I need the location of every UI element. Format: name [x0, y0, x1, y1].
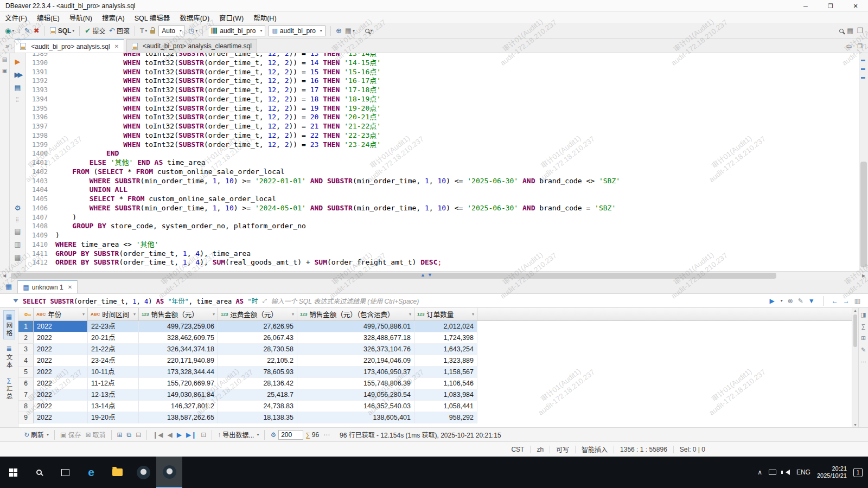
filter-history-icon[interactable]: ▾	[781, 298, 783, 303]
menu-item-7[interactable]: 帮助(H)	[248, 12, 281, 23]
cell[interactable]: 2022	[34, 389, 88, 401]
code-line[interactable]: 1404 UNION ALL	[26, 185, 859, 195]
rollback-button[interactable]: ↶ 回滚	[109, 26, 130, 35]
cell[interactable]: 1,323,889	[414, 355, 477, 367]
clear-filter-icon[interactable]: ⊗	[788, 297, 793, 305]
new-sql-editor-button[interactable]: SQL▾	[50, 27, 75, 35]
code-line[interactable]: 1402 FROM (SELECT * FROM custom_online_s…	[26, 168, 859, 177]
code-line[interactable]: 1390 WHEN toInt32(SUBSTR(order_time_t, 1…	[26, 59, 859, 68]
code-line[interactable]: 1400 END	[26, 149, 859, 158]
column-dropdown-icon[interactable]: ▾	[290, 312, 294, 317]
taskbar-search-icon[interactable]	[26, 457, 52, 488]
first-page-icon[interactable]: ❙◀	[152, 431, 163, 439]
apply-filter-icon[interactable]: ▶	[769, 297, 774, 305]
table-row[interactable]: 2202220-21点328,462,609.7526,067.43328,48…	[18, 332, 852, 344]
line-number[interactable]: 1392	[26, 76, 55, 86]
line-number[interactable]: 1411	[26, 249, 55, 259]
cell[interactable]: 326,344,374.18	[139, 344, 218, 355]
delete-connection-icon[interactable]: ✖	[34, 27, 40, 34]
code-line[interactable]: 1412ORDER BY SUBSTR(order_time_t, 1, 4),…	[26, 258, 859, 267]
cell[interactable]: 19-20点	[88, 412, 139, 423]
row-count-button[interactable]: ∑96	[305, 431, 319, 439]
code-line[interactable]: 1408 GROUP BY store_code, system_order_n…	[26, 222, 859, 231]
cell[interactable]: 2022	[34, 355, 88, 367]
scrollbar-thumb[interactable]	[860, 162, 867, 267]
line-number[interactable]: 1400	[26, 149, 55, 158]
cell[interactable]: 2022	[34, 378, 88, 389]
datasource-select[interactable]: audit_bi_pro▾	[208, 25, 265, 36]
code-line[interactable]: 1409)	[26, 231, 859, 240]
table-row[interactable]: 8202213-14点146,327,801.224,738.83146,352…	[18, 401, 852, 412]
row-number[interactable]: 2	[18, 332, 34, 344]
cell[interactable]: 26,067.43	[218, 332, 297, 344]
dbeaver-app-icon-active[interactable]	[156, 457, 182, 488]
execute-script-icon[interactable]: ▶▶	[15, 70, 21, 79]
task-view-icon[interactable]	[52, 457, 78, 488]
minimize-button[interactable]: ─	[793, 0, 818, 11]
line-number[interactable]: 1397	[26, 122, 55, 131]
grid-scroll-up-icon[interactable]: ▲	[852, 309, 858, 312]
more-panels-icon[interactable]: ⋯	[860, 358, 866, 365]
grid-scroll-thumb[interactable]	[853, 314, 857, 347]
column-header-3[interactable]: 123运费金额（元）▾	[218, 308, 297, 320]
quick-search-icon[interactable]	[839, 29, 844, 33]
commit-mode-select[interactable]: Auto▾	[158, 25, 185, 36]
cell[interactable]: 22-23点	[88, 321, 139, 332]
line-number[interactable]: 1405	[26, 195, 55, 204]
add-row-icon[interactable]: ⊞	[117, 431, 123, 439]
results-grid[interactable]: ABC年份▾ABC时间区间▾123销售金额（元）▾123运费金额（元）▾123销…	[18, 308, 852, 427]
projects-panel-icon[interactable]: ▣	[2, 68, 7, 74]
scroll-left-icon[interactable]: ◀	[0, 273, 9, 278]
hscroll-thumb[interactable]	[11, 273, 776, 279]
expand-filter-icon[interactable]: ⤢	[262, 298, 266, 304]
close-tab-icon[interactable]: ✕	[114, 43, 119, 49]
cell[interactable]: 1,158,567	[414, 367, 477, 378]
edge-icon[interactable]: e	[78, 457, 104, 488]
cell[interactable]: 78,605.93	[218, 367, 297, 378]
grid-scroll-down-icon[interactable]: ▼	[852, 423, 858, 427]
line-number[interactable]: 1391	[26, 68, 55, 77]
clock[interactable]: 20:21 2025/10/21	[817, 465, 847, 479]
cell[interactable]: 1,643,254	[414, 344, 477, 355]
execute-statement-icon[interactable]: ▶	[15, 57, 21, 66]
code-line[interactable]: 1399 WHEN toInt32(SUBSTR(order_time_t, 1…	[26, 140, 859, 150]
code-line[interactable]: 1394 WHEN toInt32(SUBSTR(order_time_t, 1…	[26, 95, 859, 104]
file-explorer-icon[interactable]	[104, 457, 130, 488]
close-button[interactable]: ✕	[843, 0, 868, 11]
column-header-4[interactable]: 123销售金额（元）（包含运费）▾	[297, 308, 414, 320]
menu-item-2[interactable]: 导航(N)	[65, 12, 97, 23]
log-panel-icon[interactable]: ▥	[14, 240, 21, 248]
cell[interactable]: 326,373,104.76	[297, 344, 414, 355]
column-dropdown-icon[interactable]: ▾	[210, 312, 215, 317]
notification-center-icon[interactable]: 1	[853, 468, 863, 477]
close-results-tab-icon[interactable]: ✕	[68, 284, 72, 290]
grid-settings-gear-icon[interactable]: ⚙	[270, 431, 276, 439]
cell[interactable]: 499,723,259.06	[139, 321, 218, 332]
history-back-icon[interactable]: ←	[832, 297, 838, 305]
maximize-button[interactable]: ❐	[818, 0, 843, 11]
maximize-editor-icon[interactable]: ❐	[857, 43, 863, 50]
line-number[interactable]: 1412	[26, 258, 55, 267]
column-dropdown-icon[interactable]: ▾	[470, 312, 474, 317]
more-actions-icon[interactable]: ⋯	[323, 431, 330, 439]
code-line[interactable]: 1389 WHEN toInt32(SUBSTR(order_time_t, 1…	[26, 53, 859, 59]
fetch-all-icon[interactable]: ▶❙	[186, 431, 196, 439]
cell[interactable]: 2022	[34, 332, 88, 344]
code-line[interactable]: 1405 SELECT * FROM custom_online_sale_or…	[26, 195, 859, 204]
cell[interactable]: 173,328,344.44	[139, 367, 218, 378]
table-row[interactable]: 3202221-22点326,344,374.1828,730.58326,37…	[18, 344, 852, 355]
navigator-panel-icon[interactable]: ▤	[2, 56, 7, 62]
filter-input[interactable]: 输入一个 SQL 表达式来过滤结果 (使用 Ctrl+Space)	[271, 296, 769, 305]
cell[interactable]: 155,720,669.97	[139, 378, 218, 389]
metadata-panel-icon[interactable]: ⊞	[861, 335, 866, 342]
table-row[interactable]: 9202219-20点138,587,262.6518,138.35138,60…	[18, 412, 852, 423]
focus-row-icon[interactable]: ⊡	[201, 431, 206, 439]
explain-plan-icon[interactable]: ▤	[14, 84, 21, 92]
prev-page-icon[interactable]: ◀	[168, 431, 173, 439]
edit-connection-icon[interactable]: ✎	[24, 27, 30, 34]
cell[interactable]: 173,406,950.37	[297, 367, 414, 378]
cell[interactable]: 220,194,046.09	[297, 355, 414, 367]
table-row[interactable]: 1202222-23点499,723,259.0627,626.95499,75…	[18, 321, 852, 332]
cell[interactable]: 2,012,024	[414, 321, 477, 332]
menu-item-0[interactable]: 文件(F)	[0, 12, 32, 23]
